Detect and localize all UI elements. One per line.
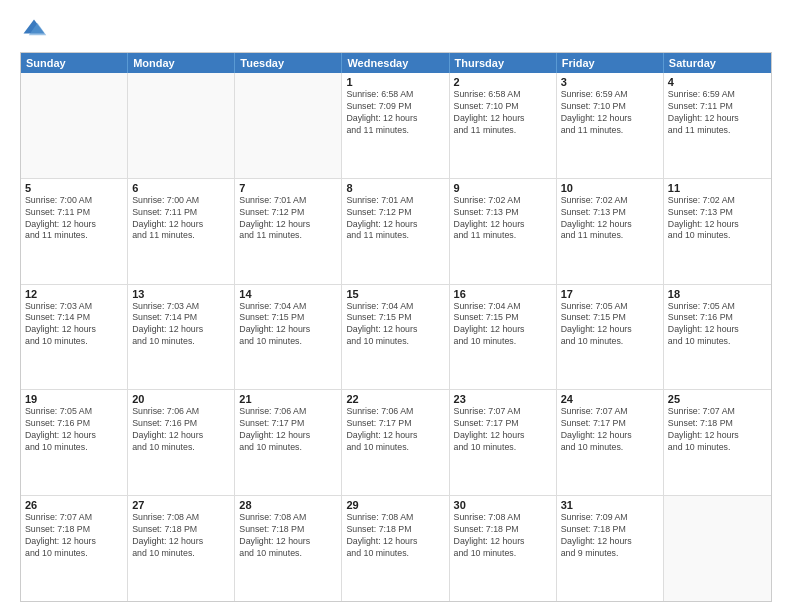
day-number: 9 [454,182,552,194]
day-info: Sunrise: 7:04 AM Sunset: 7:15 PM Dayligh… [454,301,552,349]
day-info: Sunrise: 6:58 AM Sunset: 7:10 PM Dayligh… [454,89,552,137]
day-info: Sunrise: 7:05 AM Sunset: 7:16 PM Dayligh… [668,301,767,349]
day-number: 11 [668,182,767,194]
header [20,16,772,44]
calendar-header-saturday: Saturday [664,53,771,73]
day-cell-22: 22Sunrise: 7:06 AM Sunset: 7:17 PM Dayli… [342,390,449,495]
day-number: 12 [25,288,123,300]
day-number: 26 [25,499,123,511]
day-cell-23: 23Sunrise: 7:07 AM Sunset: 7:17 PM Dayli… [450,390,557,495]
day-number: 1 [346,76,444,88]
day-number: 17 [561,288,659,300]
page: SundayMondayTuesdayWednesdayThursdayFrid… [0,0,792,612]
day-cell-26: 26Sunrise: 7:07 AM Sunset: 7:18 PM Dayli… [21,496,128,601]
day-cell-29: 29Sunrise: 7:08 AM Sunset: 7:18 PM Dayli… [342,496,449,601]
day-info: Sunrise: 7:09 AM Sunset: 7:18 PM Dayligh… [561,512,659,560]
day-cell-3: 3Sunrise: 6:59 AM Sunset: 7:10 PM Daylig… [557,73,664,178]
calendar-week-1: 1Sunrise: 6:58 AM Sunset: 7:09 PM Daylig… [21,73,771,179]
calendar-header-thursday: Thursday [450,53,557,73]
day-info: Sunrise: 7:00 AM Sunset: 7:11 PM Dayligh… [25,195,123,243]
calendar-header-friday: Friday [557,53,664,73]
calendar-week-2: 5Sunrise: 7:00 AM Sunset: 7:11 PM Daylig… [21,179,771,285]
day-info: Sunrise: 7:04 AM Sunset: 7:15 PM Dayligh… [346,301,444,349]
day-info: Sunrise: 7:05 AM Sunset: 7:15 PM Dayligh… [561,301,659,349]
day-info: Sunrise: 7:06 AM Sunset: 7:16 PM Dayligh… [132,406,230,454]
calendar-header-monday: Monday [128,53,235,73]
day-info: Sunrise: 7:07 AM Sunset: 7:18 PM Dayligh… [25,512,123,560]
day-cell-16: 16Sunrise: 7:04 AM Sunset: 7:15 PM Dayli… [450,285,557,390]
day-info: Sunrise: 6:59 AM Sunset: 7:11 PM Dayligh… [668,89,767,137]
calendar-header-wednesday: Wednesday [342,53,449,73]
day-cell-11: 11Sunrise: 7:02 AM Sunset: 7:13 PM Dayli… [664,179,771,284]
day-number: 22 [346,393,444,405]
day-cell-10: 10Sunrise: 7:02 AM Sunset: 7:13 PM Dayli… [557,179,664,284]
day-info: Sunrise: 7:02 AM Sunset: 7:13 PM Dayligh… [668,195,767,243]
day-number: 24 [561,393,659,405]
day-cell-27: 27Sunrise: 7:08 AM Sunset: 7:18 PM Dayli… [128,496,235,601]
day-number: 25 [668,393,767,405]
day-number: 23 [454,393,552,405]
day-number: 18 [668,288,767,300]
day-number: 19 [25,393,123,405]
day-cell-12: 12Sunrise: 7:03 AM Sunset: 7:14 PM Dayli… [21,285,128,390]
day-cell-13: 13Sunrise: 7:03 AM Sunset: 7:14 PM Dayli… [128,285,235,390]
day-number: 3 [561,76,659,88]
day-number: 20 [132,393,230,405]
logo-icon [20,16,48,44]
day-cell-17: 17Sunrise: 7:05 AM Sunset: 7:15 PM Dayli… [557,285,664,390]
day-cell-31: 31Sunrise: 7:09 AM Sunset: 7:18 PM Dayli… [557,496,664,601]
day-info: Sunrise: 6:59 AM Sunset: 7:10 PM Dayligh… [561,89,659,137]
empty-cell [128,73,235,178]
day-info: Sunrise: 7:07 AM Sunset: 7:17 PM Dayligh… [454,406,552,454]
day-cell-24: 24Sunrise: 7:07 AM Sunset: 7:17 PM Dayli… [557,390,664,495]
day-cell-4: 4Sunrise: 6:59 AM Sunset: 7:11 PM Daylig… [664,73,771,178]
day-info: Sunrise: 7:07 AM Sunset: 7:17 PM Dayligh… [561,406,659,454]
calendar-header-tuesday: Tuesday [235,53,342,73]
empty-cell [664,496,771,601]
day-info: Sunrise: 7:06 AM Sunset: 7:17 PM Dayligh… [239,406,337,454]
day-number: 2 [454,76,552,88]
day-cell-15: 15Sunrise: 7:04 AM Sunset: 7:15 PM Dayli… [342,285,449,390]
day-cell-1: 1Sunrise: 6:58 AM Sunset: 7:09 PM Daylig… [342,73,449,178]
day-info: Sunrise: 7:08 AM Sunset: 7:18 PM Dayligh… [346,512,444,560]
day-number: 28 [239,499,337,511]
day-info: Sunrise: 7:02 AM Sunset: 7:13 PM Dayligh… [454,195,552,243]
day-info: Sunrise: 6:58 AM Sunset: 7:09 PM Dayligh… [346,89,444,137]
day-number: 30 [454,499,552,511]
day-number: 4 [668,76,767,88]
day-cell-19: 19Sunrise: 7:05 AM Sunset: 7:16 PM Dayli… [21,390,128,495]
calendar-week-3: 12Sunrise: 7:03 AM Sunset: 7:14 PM Dayli… [21,285,771,391]
day-cell-20: 20Sunrise: 7:06 AM Sunset: 7:16 PM Dayli… [128,390,235,495]
day-number: 7 [239,182,337,194]
calendar-body: 1Sunrise: 6:58 AM Sunset: 7:09 PM Daylig… [21,73,771,601]
empty-cell [21,73,128,178]
day-number: 6 [132,182,230,194]
calendar-week-5: 26Sunrise: 7:07 AM Sunset: 7:18 PM Dayli… [21,496,771,601]
day-number: 5 [25,182,123,194]
day-info: Sunrise: 7:00 AM Sunset: 7:11 PM Dayligh… [132,195,230,243]
day-cell-28: 28Sunrise: 7:08 AM Sunset: 7:18 PM Dayli… [235,496,342,601]
day-cell-7: 7Sunrise: 7:01 AM Sunset: 7:12 PM Daylig… [235,179,342,284]
calendar: SundayMondayTuesdayWednesdayThursdayFrid… [20,52,772,602]
day-cell-9: 9Sunrise: 7:02 AM Sunset: 7:13 PM Daylig… [450,179,557,284]
day-cell-18: 18Sunrise: 7:05 AM Sunset: 7:16 PM Dayli… [664,285,771,390]
day-info: Sunrise: 7:08 AM Sunset: 7:18 PM Dayligh… [239,512,337,560]
day-number: 31 [561,499,659,511]
day-info: Sunrise: 7:05 AM Sunset: 7:16 PM Dayligh… [25,406,123,454]
day-number: 27 [132,499,230,511]
day-cell-5: 5Sunrise: 7:00 AM Sunset: 7:11 PM Daylig… [21,179,128,284]
calendar-header-sunday: Sunday [21,53,128,73]
day-number: 14 [239,288,337,300]
calendar-header: SundayMondayTuesdayWednesdayThursdayFrid… [21,53,771,73]
calendar-week-4: 19Sunrise: 7:05 AM Sunset: 7:16 PM Dayli… [21,390,771,496]
day-cell-6: 6Sunrise: 7:00 AM Sunset: 7:11 PM Daylig… [128,179,235,284]
day-cell-25: 25Sunrise: 7:07 AM Sunset: 7:18 PM Dayli… [664,390,771,495]
day-number: 15 [346,288,444,300]
empty-cell [235,73,342,178]
day-number: 8 [346,182,444,194]
day-info: Sunrise: 7:03 AM Sunset: 7:14 PM Dayligh… [132,301,230,349]
day-info: Sunrise: 7:08 AM Sunset: 7:18 PM Dayligh… [454,512,552,560]
day-cell-2: 2Sunrise: 6:58 AM Sunset: 7:10 PM Daylig… [450,73,557,178]
logo [20,16,52,44]
day-number: 29 [346,499,444,511]
